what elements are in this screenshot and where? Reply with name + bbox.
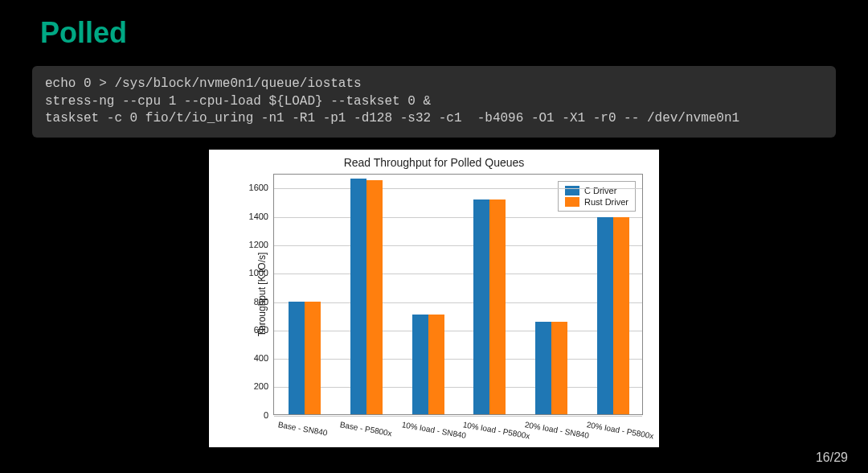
gridline: [274, 331, 642, 331]
x-tick-label: Base - SN840: [277, 420, 328, 438]
legend-item: C Driver: [565, 185, 628, 196]
gridline: [274, 359, 642, 360]
bar: [535, 322, 551, 414]
legend-swatch-icon: [565, 186, 579, 195]
legend-label: C Driver: [584, 186, 616, 195]
legend-swatch-icon: [565, 197, 579, 207]
bar: [366, 180, 383, 414]
bar: [551, 322, 567, 414]
y-tick-label: 1600: [236, 183, 268, 192]
y-tick-label: 1400: [236, 212, 268, 221]
y-tick-label: 400: [236, 353, 268, 363]
y-tick-label: 800: [236, 297, 268, 306]
x-tick-label: 10% load - P5800x: [462, 420, 530, 441]
x-tick-label: 20% load - SN840: [524, 420, 590, 440]
code-block: echo 0 > /sys/block/nvme0n1/queue/iostat…: [32, 66, 836, 138]
bar: [289, 302, 305, 413]
page-number: 16/29: [816, 450, 848, 465]
gridline: [274, 245, 642, 246]
gridline: [274, 387, 642, 388]
bar: [412, 315, 428, 414]
bar: [428, 315, 444, 414]
legend-label: Rust Driver: [584, 197, 628, 207]
y-tick-label: 1200: [236, 240, 268, 249]
chart-container: Read Throughput for Polled Queues Throug…: [0, 150, 868, 447]
x-tick-label: 10% load - SN840: [401, 420, 467, 440]
gridline: [274, 416, 642, 417]
y-tick-label: 1000: [236, 268, 268, 278]
chart: Read Throughput for Polled Queues Throug…: [209, 150, 659, 447]
gridline: [274, 188, 642, 189]
bar: [489, 199, 506, 413]
slide-title: Polled: [0, 0, 868, 50]
x-tick-label: Base - P5800x: [339, 420, 393, 438]
legend: C Driver Rust Driver: [558, 181, 636, 212]
y-tick-label: 0: [236, 410, 268, 420]
bar: [613, 217, 629, 414]
y-tick-label: 600: [236, 325, 268, 335]
plot-area: C Driver Rust Driver: [273, 174, 643, 415]
y-tick-label: 200: [236, 381, 268, 391]
bar: [473, 199, 489, 413]
bar: [597, 217, 613, 414]
legend-item: Rust Driver: [565, 196, 628, 208]
gridline: [274, 302, 642, 303]
gridline: [274, 217, 642, 218]
chart-title: Read Throughput for Polled Queues: [209, 150, 659, 169]
y-axis-label: Throughput [K IO/s]: [256, 252, 268, 336]
gridline: [274, 274, 642, 274]
x-tick-label: 20% load - P5800x: [586, 420, 654, 441]
bar: [350, 179, 366, 414]
bar: [305, 302, 321, 413]
